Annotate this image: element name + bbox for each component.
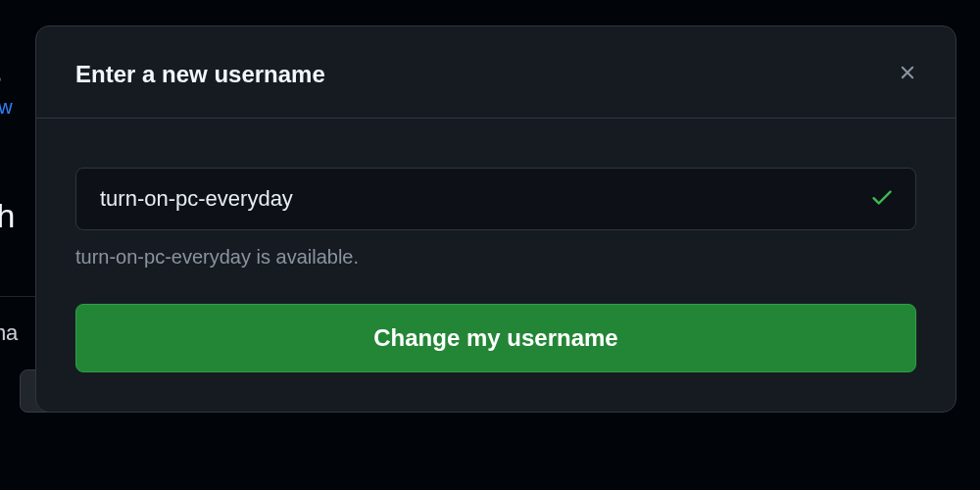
- username-input-wrapper: [75, 168, 916, 230]
- change-username-button[interactable]: Change my username: [75, 304, 916, 372]
- check-icon: [869, 184, 895, 214]
- modal-body: turn-on-pc-everyday is available. Change…: [36, 119, 956, 412]
- availability-status: turn-on-pc-everyday is available.: [75, 246, 916, 269]
- change-username-modal: Enter a new username turn-on-pc-everyday…: [35, 25, 956, 413]
- username-input[interactable]: [75, 168, 916, 230]
- modal-header: Enter a new username: [36, 26, 956, 119]
- close-icon: [897, 62, 918, 86]
- modal-title: Enter a new username: [75, 61, 325, 88]
- close-button[interactable]: [889, 54, 926, 94]
